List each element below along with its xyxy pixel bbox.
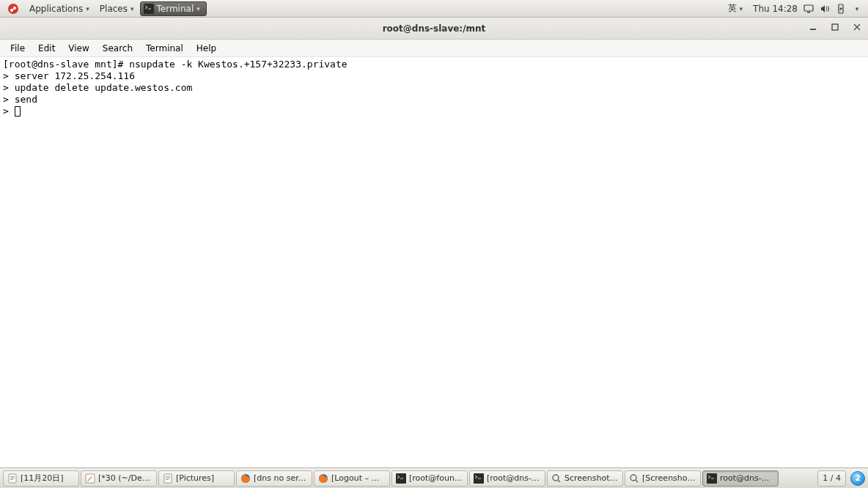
bottom-taskbar: [11月20日][*30 (~/Des...[Pictures][dns no … bbox=[0, 467, 868, 488]
window-titlebar[interactable]: root@dns-slave:/mnt bbox=[0, 18, 868, 40]
svg-rect-6 bbox=[832, 24, 838, 30]
minimize-button[interactable] bbox=[806, 21, 820, 34]
taskbar-button-label: Screenshot ... bbox=[564, 473, 619, 483]
terminal-line: [root@dns-slave mnt]# nsupdate -k Kwesto… bbox=[3, 59, 865, 70]
svg-point-21 bbox=[630, 475, 636, 481]
close-button[interactable] bbox=[850, 21, 864, 34]
terminal-line: > update delete update.westos.com bbox=[3, 82, 865, 94]
svg-rect-9 bbox=[10, 478, 15, 478]
doc-icon bbox=[7, 473, 18, 484]
chevron-down-icon: ▾ bbox=[740, 5, 743, 12]
taskbar-button-label: [*30 (~/Des... bbox=[98, 473, 152, 483]
terminal-menubar: File Edit View Search Terminal Help bbox=[0, 40, 868, 57]
terminal-icon bbox=[144, 4, 154, 14]
chevron-down-icon: ▾ bbox=[86, 5, 89, 12]
window-controls bbox=[806, 21, 864, 34]
taskbar-button-label: [Logout – ... bbox=[331, 473, 379, 483]
terminal-line: > server 172.25.254.116 bbox=[3, 70, 865, 82]
terminal-line: > send bbox=[3, 94, 865, 106]
taskbar-button[interactable]: [11月20日] bbox=[3, 470, 79, 487]
taskbar-button-label: [Screenshot... bbox=[642, 473, 696, 483]
svg-rect-13 bbox=[166, 476, 170, 477]
taskbar-button[interactable]: [Pictures] bbox=[158, 470, 235, 487]
menu-view[interactable]: View bbox=[62, 41, 95, 56]
display-icon[interactable] bbox=[803, 4, 814, 14]
svg-rect-8 bbox=[10, 476, 15, 477]
workspace-indicator[interactable]: 1 / 4 bbox=[817, 470, 846, 487]
menu-help[interactable]: Help bbox=[191, 41, 222, 56]
edit-icon bbox=[85, 473, 95, 484]
cursor bbox=[15, 106, 21, 117]
volume-icon[interactable] bbox=[820, 4, 830, 14]
gnome-top-panel: Applications ▾ Places ▾ Terminal ▾ 英 ▾ T… bbox=[0, 0, 868, 18]
menu-file[interactable]: File bbox=[4, 41, 31, 56]
notification-badge[interactable]: 2 bbox=[850, 471, 865, 486]
taskbar-button-label: [11月20日] bbox=[21, 473, 64, 484]
chevron-down-icon: ▾ bbox=[856, 5, 859, 12]
firefox-icon bbox=[240, 473, 251, 484]
taskbar-button[interactable]: root@dns-... bbox=[702, 470, 779, 487]
places-menu[interactable]: Places ▾ bbox=[95, 2, 139, 15]
places-label: Places bbox=[100, 4, 128, 14]
svg-rect-14 bbox=[166, 478, 170, 478]
active-app-indicator[interactable]: Terminal ▾ bbox=[140, 1, 207, 16]
panel-left: Applications ▾ Places ▾ Terminal ▾ bbox=[3, 1, 207, 16]
term-icon bbox=[707, 473, 717, 484]
maximize-button[interactable] bbox=[828, 21, 842, 34]
taskbar-button[interactable]: [root@foun... bbox=[391, 470, 468, 487]
ime-label: 英 bbox=[728, 2, 737, 15]
chevron-down-icon: ▾ bbox=[196, 5, 200, 12]
taskbar-button-label: [Pictures] bbox=[176, 473, 214, 483]
firefox-icon bbox=[318, 473, 328, 484]
term-icon bbox=[474, 473, 484, 484]
input-method-indicator[interactable]: 英 ▾ bbox=[724, 1, 748, 16]
panel-right: 英 ▾ Thu 14:28 ▾ bbox=[724, 1, 865, 16]
applications-label: Applications bbox=[29, 4, 83, 14]
mag-icon bbox=[629, 473, 639, 484]
menu-edit[interactable]: Edit bbox=[32, 41, 61, 56]
menu-terminal[interactable]: Terminal bbox=[140, 41, 189, 56]
svg-rect-2 bbox=[804, 5, 813, 11]
window-title: root@dns-slave:/mnt bbox=[383, 23, 486, 34]
svg-point-20 bbox=[553, 475, 559, 481]
term-icon bbox=[396, 473, 406, 484]
taskbar-button-label: [dns no ser... bbox=[254, 473, 306, 483]
chevron-down-icon: ▾ bbox=[130, 5, 134, 12]
taskbar-button[interactable]: [*30 (~/Des... bbox=[81, 470, 157, 487]
clock[interactable]: Thu 14:28 bbox=[753, 4, 798, 14]
svg-rect-10 bbox=[10, 479, 13, 480]
taskbar-button-label: [root@foun... bbox=[409, 473, 462, 483]
taskbar-button-label: root@dns-... bbox=[720, 473, 769, 483]
taskbar-button[interactable]: Screenshot ... bbox=[547, 470, 623, 487]
svg-rect-5 bbox=[810, 29, 816, 30]
fedora-menu[interactable] bbox=[3, 1, 23, 16]
user-menu-icon[interactable]: ▾ bbox=[852, 4, 862, 14]
taskbar-button[interactable]: [Screenshot... bbox=[625, 470, 701, 487]
taskbar-button[interactable]: [root@dns-... bbox=[469, 470, 545, 487]
svg-rect-3 bbox=[807, 12, 810, 13]
terminal-window: root@dns-slave:/mnt File Edit View Searc… bbox=[0, 18, 868, 467]
taskbar-buttons: [11月20日][*30 (~/Des...[Pictures][dns no … bbox=[3, 470, 813, 487]
taskbar-button-label: [root@dns-... bbox=[487, 473, 540, 483]
terminal-line: > bbox=[3, 106, 865, 117]
applications-menu[interactable]: Applications ▾ bbox=[25, 2, 94, 15]
active-app-label: Terminal bbox=[157, 4, 194, 14]
taskbar-button[interactable]: [Logout – ... bbox=[314, 470, 390, 487]
doc-icon bbox=[163, 473, 173, 484]
mag-icon bbox=[551, 473, 562, 484]
battery-icon[interactable] bbox=[836, 4, 846, 14]
svg-rect-15 bbox=[166, 479, 169, 480]
fedora-icon bbox=[7, 3, 19, 15]
menu-search[interactable]: Search bbox=[97, 41, 139, 56]
terminal-output[interactable]: [root@dns-slave mnt]# nsupdate -k Kwesto… bbox=[0, 57, 868, 467]
taskbar-button[interactable]: [dns no ser... bbox=[236, 470, 312, 487]
